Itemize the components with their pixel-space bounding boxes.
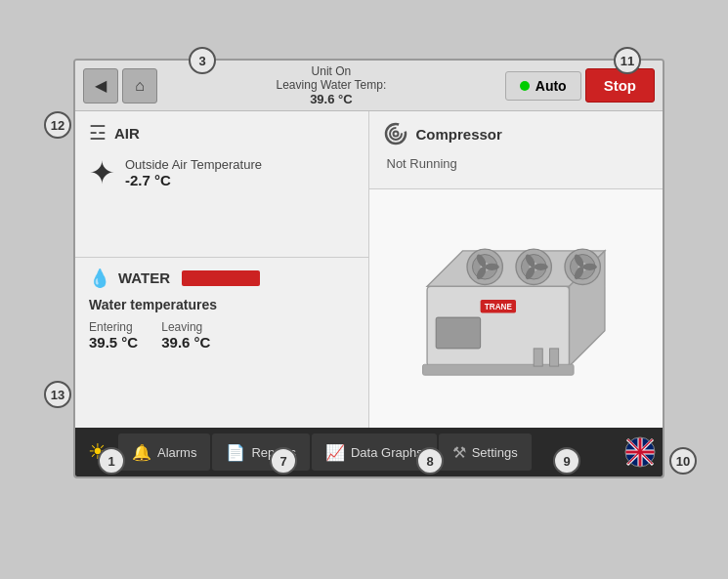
label-10: 10 — [669, 447, 697, 475]
entering-value: 39.5 °C — [89, 334, 138, 351]
label-3: 3 — [189, 47, 216, 74]
svg-point-11 — [485, 264, 499, 270]
left-column: ☲ AIR ✦ Outside Air Temperature -2.7 °C … — [75, 111, 369, 428]
bell-icon: 🔔 — [132, 443, 151, 462]
air-title-text: AIR — [114, 125, 140, 142]
air-content: ✦ Outside Air Temperature -2.7 °C — [89, 154, 355, 191]
header-status: Unit On Leaving Water Temp: 39.6 °C — [161, 64, 501, 106]
entering-temp-item: Entering 39.5 °C — [89, 320, 138, 352]
svg-text:TRANE: TRANE — [484, 303, 512, 311]
air-panel: ☲ AIR ✦ Outside Air Temperature -2.7 °C — [75, 111, 368, 258]
settings-nav-item[interactable]: ⚒ Settings — [439, 434, 532, 471]
data-graphs-label: Data Graphs — [351, 445, 423, 460]
settings-icon: ⚒ — [452, 443, 466, 462]
auto-status-dot — [520, 81, 530, 91]
compressor-status: Not Running — [387, 156, 650, 171]
alarms-label: Alarms — [157, 445, 196, 460]
air-temp-value: -2.7 °C — [125, 172, 262, 188]
label-9: 9 — [553, 447, 580, 475]
stop-button[interactable]: Stop — [585, 68, 655, 103]
water-drop-icon: 💧 — [89, 268, 110, 289]
svg-rect-29 — [549, 349, 558, 366]
svg-point-2 — [393, 132, 398, 137]
fan-icon: ✦ — [89, 154, 115, 191]
svg-point-23 — [582, 264, 597, 270]
label-12: 12 — [44, 111, 71, 139]
settings-label: Settings — [472, 445, 518, 460]
unit-image-area: TRANE — [369, 189, 664, 428]
leaving-water-value: 39.6 °C — [161, 334, 210, 351]
chart-icon: 📈 — [325, 443, 345, 462]
header-bar: ◀ ⌂ Unit On Leaving Water Temp: 39.6 °C … — [75, 61, 663, 111]
right-column: Compressor Not Running — [369, 111, 664, 428]
main-panel: ◀ ⌂ Unit On Leaving Water Temp: 39.6 °C … — [73, 59, 664, 478]
label-13: 13 — [44, 381, 71, 408]
compressor-icon — [383, 121, 408, 146]
air-temp-block: Outside Air Temperature -2.7 °C — [125, 157, 262, 188]
back-button[interactable]: ◀ — [83, 68, 118, 103]
uk-flag-icon — [624, 436, 656, 468]
leaving-temp-value: 39.6 °C — [310, 92, 353, 106]
water-panel: 💧 WATER Water temperatures Entering 39.5… — [75, 258, 368, 428]
leaving-water-label: Leaving — [161, 320, 210, 334]
label-1: 1 — [98, 447, 125, 475]
auto-label: Auto — [535, 78, 567, 94]
home-button[interactable]: ⌂ — [122, 68, 157, 103]
language-flag-button[interactable] — [621, 434, 659, 471]
alarms-nav-item[interactable]: 🔔 Alarms — [118, 434, 210, 471]
heat-icon: ☲ — [89, 121, 107, 145]
label-11: 11 — [614, 47, 641, 74]
unit-status: Unit On — [312, 64, 352, 78]
leaving-temp-label: Leaving Water Temp: — [277, 78, 387, 92]
water-header: 💧 WATER — [89, 268, 355, 289]
entering-label: Entering — [89, 320, 138, 334]
compressor-title-text: Compressor — [416, 126, 502, 143]
water-temps-row: Entering 39.5 °C Leaving 39.6 °C — [89, 320, 355, 352]
label-8: 8 — [416, 447, 444, 475]
chiller-image: TRANE — [418, 230, 614, 387]
auto-button[interactable]: Auto — [505, 71, 581, 101]
water-title-text: WATER — [118, 269, 170, 286]
svg-rect-28 — [534, 349, 542, 366]
content-area: ☲ AIR ✦ Outside Air Temperature -2.7 °C … — [75, 111, 663, 428]
water-temps-title: Water temperatures — [89, 297, 355, 312]
compressor-panel: Compressor Not Running — [369, 111, 664, 189]
svg-point-1 — [390, 128, 402, 140]
label-7: 7 — [270, 447, 297, 475]
water-bar — [182, 270, 260, 286]
air-temp-label: Outside Air Temperature — [125, 157, 262, 172]
svg-point-17 — [534, 264, 548, 270]
svg-rect-25 — [436, 317, 480, 349]
compressor-title: Compressor — [383, 121, 650, 146]
leaving-temp-item: Leaving 39.6 °C — [161, 320, 210, 352]
air-panel-title: ☲ AIR — [89, 121, 355, 145]
report-icon: 📄 — [226, 443, 245, 462]
